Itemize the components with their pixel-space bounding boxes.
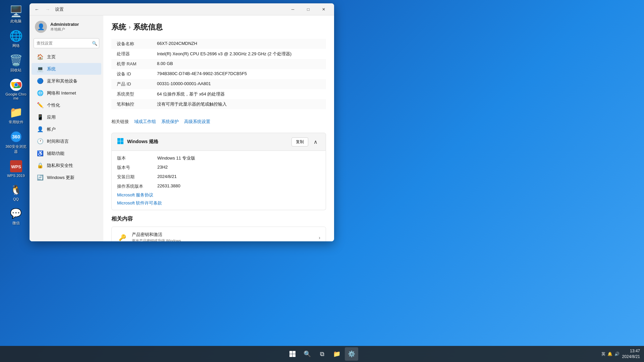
desktop-icon-360[interactable]: 360 360安全浏览器 [3,129,29,156]
desktop-icon-qq[interactable]: 🐧 QQ [3,182,29,202]
sidebar-item-accounts-label: 帐户 [47,126,56,132]
settings-window: ← → 设置 ─ □ ✕ 👤 Administrator 本地账户 [30,3,334,241]
sidebar-item-system-label: 系统 [47,66,56,72]
desktop-icon-computer[interactable]: 🖥️ 此电脑 [3,3,29,25]
wechat-icon: 💬 [9,206,23,220]
desktop-icon-software[interactable]: 📁 常用软件 [3,104,29,126]
os-version-label: 操作系统版本 [117,183,157,189]
card-product-key-left: 🔑 产品密钥和激活 更改产品密钥或升级 Windows [117,232,181,241]
windows-icon [117,138,124,146]
window-controls: ─ □ ✕ [285,3,331,15]
sidebar-item-privacy[interactable]: 🔒 隐私和安全性 [32,160,101,171]
search-input[interactable] [34,38,99,48]
desktop-icons-container: 🖥️ 此电脑 🌐 网络 🗑️ 回收站 Goo [3,3,29,227]
taskview-button[interactable]: ⧉ [315,347,329,361]
ram-value: 8.00 GB [157,61,173,67]
minimize-button[interactable]: ─ [285,3,301,15]
spec-row-1: 版本号 23H2 [112,163,326,172]
user-type: 本地账户 [50,27,98,32]
taskbar-right: 英 🔔 🔊 13:47 2024/8/21 [601,348,640,360]
settings-taskbar-button[interactable]: ⚙️ [345,347,358,361]
avatar: 👤 [35,21,47,33]
desktop-icon-chrome[interactable]: Google Chrome [3,77,29,102]
nav-buttons: ← → [32,5,52,14]
sidebar-item-accessibility-label: 辅助功能 [47,150,64,157]
chrome-icon [9,78,23,92]
desktop-icon-recycle[interactable]: 🗑️ 回收站 [3,52,29,74]
version-number-label: 版本号 [117,165,157,171]
home-icon: 🏠 [37,54,44,60]
maximize-button[interactable]: □ [301,3,316,15]
recycle-icon: 🗑️ [9,54,23,67]
title-bar: ← → 设置 ─ □ ✕ [30,3,334,15]
device-info-table: 设备名称 66XT-2024CMDNZH 处理器 Intel(R) Xeon(R… [111,39,326,109]
version-number-value: 23H2 [157,165,168,171]
svg-rect-14 [289,354,292,357]
wechat-label: 微信 [12,221,20,226]
sidebar-item-windows-update[interactable]: 🔄 Windows 更新 [32,172,101,183]
copy-button[interactable]: 复制 [291,137,308,146]
security360-label: 360安全浏览器 [5,144,27,154]
card-product-key[interactable]: 🔑 产品密钥和激活 更改产品密钥或升级 Windows › [111,227,326,241]
sidebar-item-personalize[interactable]: ✏️ 个性化 [32,99,101,111]
qq-icon: 🐧 [9,183,23,196]
ram-label: 机带 RAM [117,61,157,67]
bluetooth-icon: 🔵 [37,78,44,84]
related-links-label: 相关链接 [111,119,129,125]
personalize-icon: ✏️ [37,102,44,108]
network-label: 网络 [12,43,20,48]
product-key-arrow: › [319,235,320,240]
related-links: 相关链接 域或工作组 系统保护 高级系统设置 [111,116,326,127]
computer-label: 此电脑 [10,19,21,24]
device-info-row-0: 设备名称 66XT-2024CMDNZH [111,39,326,49]
device-info-row-2: 机带 RAM 8.00 GB [111,59,326,69]
volume-icon: 🔊 [614,352,620,356]
desktop: 🖥️ 此电脑 🌐 网络 🗑️ 回收站 Goo [0,0,644,362]
sidebar-item-home[interactable]: 🏠 主页 [32,51,101,63]
sidebar-item-accounts[interactable]: 👤 帐户 [32,123,101,135]
ms-service-link[interactable]: Microsoft 服务协议 [112,191,326,199]
notification-icon: 🔔 [607,352,612,356]
sidebar-item-system[interactable]: 💻 系统 [32,63,101,75]
close-button[interactable]: ✕ [316,3,331,15]
card-product-key-text: 产品密钥和激活 更改产品密钥或升级 Windows [132,232,181,241]
spec-row-3: 操作系统版本 22631.3880 [112,182,326,191]
processor-label: 处理器 [117,51,157,57]
sidebar-item-update-label: Windows 更新 [47,175,74,181]
svg-rect-10 [117,141,120,144]
device-id-value: 794B380C-D74B-4E74-9902-35CEF7DCB5F5 [157,71,247,77]
sidebar-item-network[interactable]: 🌐 网络和 Internet [32,87,101,99]
desktop-icon-wechat[interactable]: 💬 微信 [3,205,29,227]
sidebar-item-apps-label: 应用 [47,114,56,120]
start-button[interactable] [286,347,299,361]
system-protection-link[interactable]: 系统保护 [161,119,179,125]
file-explorer-button[interactable]: 📁 [330,347,343,361]
search-taskbar-button[interactable]: 🔍 [301,347,314,361]
ms-license-link[interactable]: Microsoft 软件许可条款 [112,199,326,207]
domain-workgroup-link[interactable]: 域或工作组 [134,119,156,125]
wps-label: WPS 2019 [7,174,25,178]
svg-rect-13 [293,351,296,354]
back-button[interactable]: ← [32,5,42,14]
privacy-icon: 🔒 [37,162,44,169]
sidebar-item-time[interactable]: 🕐 时间和语言 [32,135,101,147]
software-label: 常用软件 [9,120,23,125]
advanced-system-link[interactable]: 高级系统设置 [184,119,210,125]
systray: 英 🔔 🔊 [601,351,620,357]
desktop-icon-network[interactable]: 🌐 网络 [3,28,29,50]
user-name: Administrator [50,22,98,27]
user-info: Administrator 本地账户 [50,22,98,32]
device-info-row-5: 系统类型 64 位操作系统，基于 x64 的处理器 [111,89,326,99]
collapse-button[interactable]: ∧ [311,137,320,146]
product-id-label: 产品 ID [117,81,157,87]
user-profile: 👤 Administrator 本地账户 [30,18,103,37]
sidebar-item-bluetooth[interactable]: 🔵 蓝牙和其他设备 [32,75,101,87]
taskbar-center: 🔍 ⧉ 📁 ⚙️ [286,347,358,361]
desktop-icon-wps[interactable]: WPS WPS 2019 [3,158,29,179]
version-value: Windows 11 专业版 [157,155,195,161]
sidebar-item-accessibility[interactable]: ♿ 辅助功能 [32,147,101,159]
date-display: 2024/8/21 [622,354,640,360]
forward-button[interactable]: → [43,5,52,14]
sidebar-item-apps[interactable]: 📱 应用 [32,111,101,123]
svg-text:WPS: WPS [11,164,21,169]
